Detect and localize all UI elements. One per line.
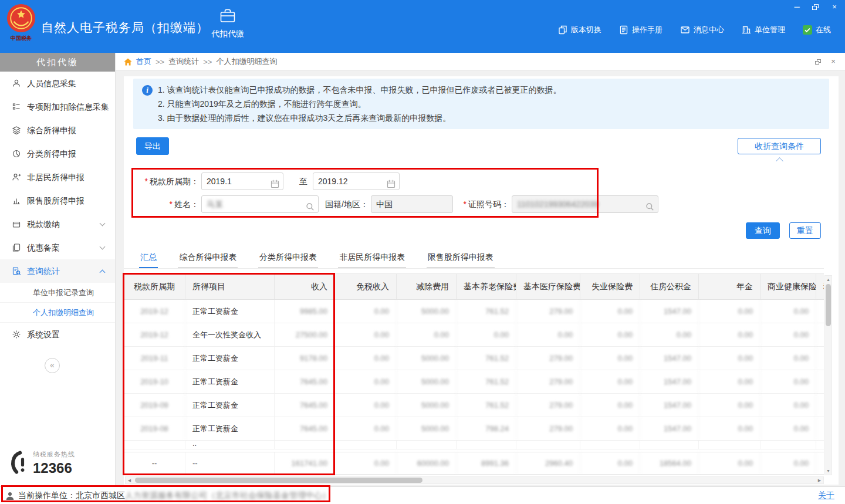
sidebar-subitem-label: 个人扣缴明细查询 (33, 308, 94, 317)
sidebar-item-preferential-filing[interactable]: 优惠备案 (0, 236, 115, 259)
horizontal-scrollbar-thumb[interactable] (135, 478, 422, 483)
table-cell: 0.00 (699, 323, 760, 346)
query-button[interactable]: 查询 (746, 222, 780, 239)
restore-button[interactable] (810, 1, 822, 13)
version-switch-label: 版本切换 (571, 25, 601, 35)
table-cell: 761.52 (457, 394, 516, 417)
table-cell (699, 441, 760, 449)
vertical-scrollbar-thumb[interactable] (826, 284, 831, 326)
online-check-icon (803, 25, 812, 35)
sidebar-subitem-unit-declaration-query[interactable]: 单位申报记录查询 (0, 283, 115, 303)
wallet-icon (12, 219, 21, 229)
table-cell (457, 441, 516, 449)
nationality-label: 国籍/地区： (322, 195, 369, 213)
period-to-input[interactable]: 2019.12 (313, 172, 400, 190)
sidebar-item-system-settings[interactable]: 系统设置 (0, 323, 115, 346)
person-arrow-icon (12, 172, 21, 182)
sidebar-item-restricted-shares[interactable]: 限售股所得申报 (0, 189, 115, 212)
column-header: 基本医疗保险费 (516, 274, 580, 299)
sidebar-subitem-personal-withholding-query[interactable]: 个人扣缴明细查询 (0, 303, 115, 323)
breadcrumb: 首页 >> 查询统计 >> 个人扣缴明细查询 (124, 53, 277, 70)
scroll-down-arrow-icon[interactable]: ▼ (825, 467, 832, 475)
column-header: 商业健康保险 (760, 274, 816, 299)
sidebar-item-classified-income[interactable]: 分类所得申报 (0, 142, 115, 165)
table-cell: 279.00 (516, 394, 580, 417)
name-input[interactable]: 马某 (201, 195, 319, 213)
period-from-input[interactable]: 2019.1 (201, 172, 283, 190)
table-cell: 1547.00 (640, 300, 699, 323)
sidebar-item-query-statistics[interactable]: 查询统计 (0, 259, 115, 283)
version-switch-link[interactable]: 版本切换 (558, 25, 601, 35)
info-icon (142, 85, 153, 96)
pie-chart-icon (12, 149, 21, 158)
table-cell: 0.00 (457, 323, 516, 346)
collapse-caret-icon (776, 157, 783, 165)
sidebar-item-comprehensive-income[interactable]: 综合所得申报 (0, 119, 115, 142)
table-cell (580, 441, 640, 449)
module-tab-withholding[interactable]: 代扣代缴 (204, 9, 251, 39)
nationality-input[interactable]: 中国 (371, 195, 453, 213)
column-header: 年金 (699, 274, 760, 299)
org-management-link[interactable]: 单位管理 (742, 25, 785, 35)
panel-restore-button[interactable] (813, 57, 823, 66)
table-cell: 2019-12 (124, 323, 185, 346)
horizontal-scrollbar[interactable]: ◀ ▶ (125, 476, 824, 484)
table-cell: 正常工资薪金 (185, 417, 275, 440)
table-row: 2019-09正常工资薪金7645.000.005000.00761.52279… (124, 394, 824, 417)
vertical-scrollbar[interactable]: ▲ ▼ (824, 275, 832, 475)
chevron-up-icon (100, 270, 106, 276)
column-header: 税 (816, 274, 824, 299)
table-cell: 0.00 (760, 394, 816, 417)
tab-classified-income[interactable]: 分类所得申报表 (258, 251, 318, 268)
table-cell (397, 441, 457, 449)
calendar-icon[interactable] (271, 180, 279, 188)
reset-button[interactable]: 重置 (789, 222, 821, 239)
table-total-row: ----161741.000.0060000.008991.362960.400… (124, 452, 824, 475)
table-cell: 761.52 (457, 370, 516, 393)
table-cell: .. (185, 441, 275, 449)
checklist-icon (12, 102, 21, 111)
table-cell (816, 323, 824, 346)
table-cell: 0.00 (760, 300, 816, 323)
panel-controls: × (813, 57, 838, 66)
scroll-right-arrow-icon[interactable]: ▶ (816, 477, 823, 483)
sidebar-item-label: 优惠备案 (27, 243, 60, 252)
main-panel: 1. 该查询统计表仅能查询已申报成功的数据，不包含未申报、申报失败，已申报但已作… (124, 76, 839, 485)
sidebar-collapse-button[interactable]: « (45, 358, 60, 373)
sidebar-item-label: 综合所得申报 (27, 126, 76, 135)
search-icon[interactable] (306, 202, 315, 211)
message-center-link[interactable]: 消息中心 (680, 25, 724, 35)
breadcrumb-home[interactable]: 首页 (136, 56, 151, 67)
export-button[interactable]: 导出 (136, 137, 169, 155)
minimize-button[interactable]: ─ (791, 1, 803, 13)
column-header: 基本养老保险费 (457, 274, 516, 299)
table-cell: 0.00 (699, 300, 760, 323)
search-icon[interactable] (645, 202, 654, 211)
sidebar-item-tax-payment[interactable]: 税款缴纳 (0, 212, 115, 236)
tab-nonresident-income[interactable]: 非居民所得申报表 (338, 251, 406, 268)
nationality-value: 中国 (376, 199, 393, 209)
close-button[interactable]: × (829, 1, 840, 13)
tab-comprehensive-income[interactable]: 综合所得申报表 (178, 251, 238, 268)
table-cell: 0.00 (335, 347, 397, 370)
sidebar-item-special-deduction[interactable]: 专项附加扣除信息采集 (0, 95, 115, 119)
collapse-filters-button[interactable]: 收折查询条件 (738, 138, 821, 154)
table-cell: 761.52 (457, 347, 516, 370)
calendar-icon[interactable] (387, 180, 396, 188)
column-header: 住房公积金 (640, 274, 699, 299)
tab-restricted-shares[interactable]: 限售股所得申报表 (427, 251, 495, 268)
tab-summary[interactable]: 汇总 (139, 251, 158, 268)
about-link[interactable]: 关于 (818, 491, 834, 501)
panel-close-button[interactable]: × (829, 57, 838, 66)
id-number-input[interactable]: 110102199306422039 (512, 195, 658, 213)
table-cell: 279.00 (516, 370, 580, 393)
documents-icon (12, 243, 21, 252)
manual-link[interactable]: 操作手册 (619, 25, 663, 35)
notice-line-3: 3. 由于数据处理的滞后性，建议您在申报成功3天之后再来查询最新的申报数据。 (158, 111, 821, 125)
sidebar-item-personnel-info[interactable]: 人员信息采集 (0, 72, 115, 95)
scroll-left-arrow-icon[interactable]: ◀ (126, 477, 133, 483)
sidebar-item-nonresident-income[interactable]: 非居民所得申报 (0, 165, 115, 189)
scroll-up-arrow-icon[interactable]: ▲ (825, 276, 832, 283)
online-status[interactable]: 在线 (803, 25, 831, 35)
breadcrumb-separator: >> (203, 57, 212, 66)
